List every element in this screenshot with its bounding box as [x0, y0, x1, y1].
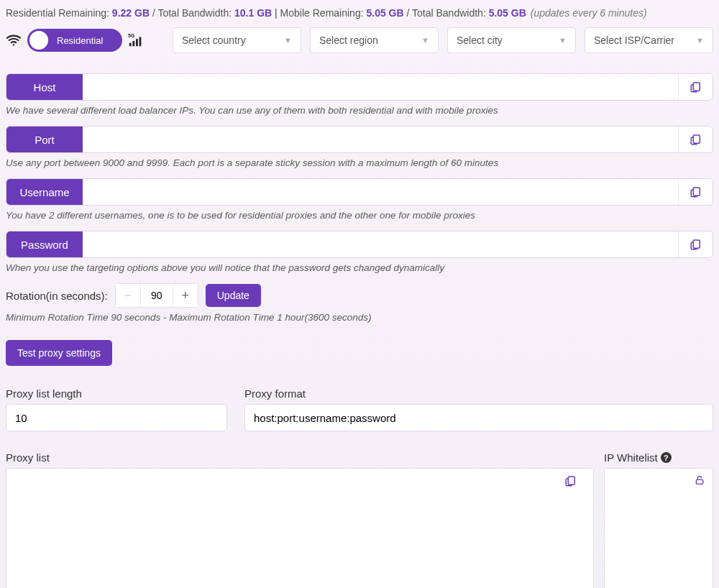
port-block: Port Use any port between 9000 and 9999.… [6, 126, 713, 168]
svg-rect-4 [136, 39, 138, 46]
help-icon[interactable]: ? [661, 452, 672, 463]
ip-whitelist-box [604, 468, 713, 588]
chevron-down-icon: ▼ [284, 36, 292, 45]
port-input[interactable] [83, 127, 678, 152]
update-button[interactable]: Update [206, 284, 261, 307]
svg-rect-10 [568, 477, 574, 484]
city-select-label: Select city [457, 35, 503, 46]
city-select[interactable]: Select city▼ [447, 27, 576, 53]
bandwidth-separator: | [272, 7, 280, 19]
username-row: Username [6, 178, 713, 206]
username-label: Username [6, 179, 83, 205]
lock-icon [694, 474, 705, 488]
username-copy-button[interactable] [678, 179, 713, 205]
username-block: Username You have 2 different usernames,… [6, 178, 713, 221]
svg-rect-8 [693, 188, 700, 196]
proxy-format-col: Proxy format [244, 387, 713, 431]
mob-remaining-label: Mobile Remaining: [280, 7, 367, 19]
svg-point-0 [13, 44, 14, 45]
rotation-decrement-button[interactable]: − [116, 284, 140, 307]
proxy-type-toggle[interactable]: Residential [27, 29, 122, 52]
host-copy-button[interactable] [678, 74, 713, 100]
port-row: Port [6, 126, 713, 153]
svg-rect-5 [139, 37, 142, 46]
host-label: Host [6, 74, 83, 100]
proxy-format-input[interactable] [244, 404, 713, 431]
host-row: Host [6, 73, 713, 101]
rotation-stepper: − + [115, 283, 198, 308]
host-input[interactable] [83, 74, 678, 100]
targeting-selects: Select country▼ Select region▼ Select ci… [173, 27, 713, 53]
port-label: Port [6, 127, 83, 152]
username-hint: You have 2 different usernames, one is t… [6, 210, 713, 221]
proxy-list-length-label: Proxy list length [6, 387, 227, 400]
svg-rect-2 [129, 43, 132, 47]
chevron-down-icon: ▼ [421, 36, 429, 45]
port-copy-button[interactable] [678, 127, 713, 152]
res-total-value: 10.1 GB [234, 7, 272, 19]
chevron-down-icon: ▼ [559, 36, 567, 45]
rotation-label: Rotation(in seconds): [6, 290, 108, 302]
svg-rect-3 [132, 41, 134, 46]
password-block: Password When you use the targeting opti… [6, 231, 713, 273]
proxy-list-label: Proxy list [6, 451, 594, 464]
password-row: Password [6, 231, 713, 258]
res-total-sep: / Total Bandwidth: [150, 7, 234, 19]
controls-row: Residential 5G Select country▼ Select re… [6, 27, 713, 53]
rotation-row: Rotation(in seconds): − + Update [6, 283, 713, 308]
svg-text:5G: 5G [128, 33, 134, 38]
mob-remaining-value: 5.05 GB [366, 7, 403, 19]
ip-whitelist-label: IP Whitelist [604, 451, 658, 464]
proxy-list-length-col: Proxy list length [6, 387, 227, 431]
proxy-list-textarea[interactable] [6, 469, 593, 588]
res-remaining-value: 9.22 GB [112, 7, 150, 19]
host-block: Host We have several different load bala… [6, 73, 713, 116]
toggle-handle [29, 31, 48, 50]
isp-select[interactable]: Select ISP/Carrier▼ [585, 27, 713, 53]
country-select[interactable]: Select country▼ [173, 27, 301, 53]
username-input[interactable] [83, 179, 678, 205]
svg-rect-6 [693, 83, 700, 91]
country-select-label: Select country [182, 35, 246, 46]
ip-whitelist-col: IP Whitelist ? [604, 451, 713, 588]
proxy-list-length-input[interactable] [6, 404, 227, 431]
password-label: Password [6, 231, 83, 257]
test-proxy-button[interactable]: Test proxy settings [6, 340, 112, 366]
svg-rect-9 [693, 240, 700, 248]
updates-hint: (updates every 6 minutes) [531, 7, 647, 19]
proxy-list-col: Proxy list [6, 451, 594, 588]
svg-rect-7 [693, 135, 700, 143]
password-copy-button[interactable] [678, 231, 713, 257]
proxy-list-copy-button[interactable] [564, 474, 577, 490]
chevron-down-icon: ▼ [696, 36, 704, 45]
wifi-icon [6, 32, 22, 48]
proxy-type-toggle-wrap: Residential 5G [6, 29, 144, 52]
proxy-format-label: Proxy format [244, 387, 713, 400]
toggle-label: Residential [57, 35, 103, 46]
host-hint: We have several different load balancer … [6, 105, 713, 116]
mob-total-value: 5.05 GB [489, 7, 526, 19]
port-hint: Use any port between 9000 and 9999. Each… [6, 157, 713, 168]
region-select[interactable]: Select region▼ [310, 27, 439, 53]
proxy-config-row: Proxy list length Proxy format [6, 387, 713, 431]
mob-total-sep: / Total Bandwidth: [404, 7, 489, 19]
proxy-list-box [6, 468, 594, 588]
res-remaining-label: Residential Remaining: [6, 7, 112, 19]
rotation-increment-button[interactable]: + [173, 284, 198, 307]
ip-whitelist-label-row: IP Whitelist ? [604, 451, 713, 464]
bandwidth-status: Residential Remaining: 9.22 GB / Total B… [6, 6, 713, 20]
isp-select-label: Select ISP/Carrier [594, 35, 674, 46]
password-hint: When you use the targeting options above… [6, 262, 713, 273]
bottom-row: Proxy list IP Whitelist ? [6, 451, 713, 588]
signal-5g-icon: 5G [128, 32, 144, 48]
rotation-hint: Minimum Rotation Time 90 seconds - Maxim… [6, 312, 713, 323]
password-input[interactable] [83, 231, 678, 257]
svg-rect-11 [696, 479, 702, 484]
region-select-label: Select region [319, 35, 378, 46]
rotation-input[interactable] [140, 284, 173, 307]
